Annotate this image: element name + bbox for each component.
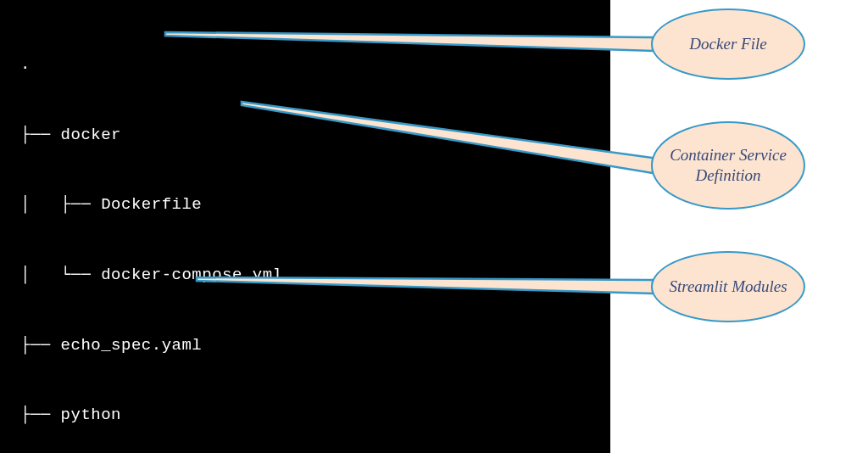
tree-root: . [20, 53, 610, 77]
callout-container-service: Container Service Definition [651, 121, 805, 210]
callout-label: Container Service Definition [653, 145, 804, 186]
tree-line: │ └── docker-compose.yml [20, 264, 610, 288]
tree-line: ├── docker [20, 124, 610, 148]
tree-line: ├── echo_spec.yaml [20, 334, 610, 358]
callout-streamlit-modules: Streamlit Modules [651, 251, 805, 322]
callout-label: Streamlit Modules [669, 277, 787, 297]
tree-line: ├── python [20, 404, 610, 428]
callout-label: Docker File [689, 34, 766, 54]
tree-line: │ ├── Dockerfile [20, 193, 610, 217]
terminal-output: . ├── docker │ ├── Dockerfile │ └── dock… [0, 0, 610, 453]
callout-docker-file: Docker File [651, 8, 805, 80]
